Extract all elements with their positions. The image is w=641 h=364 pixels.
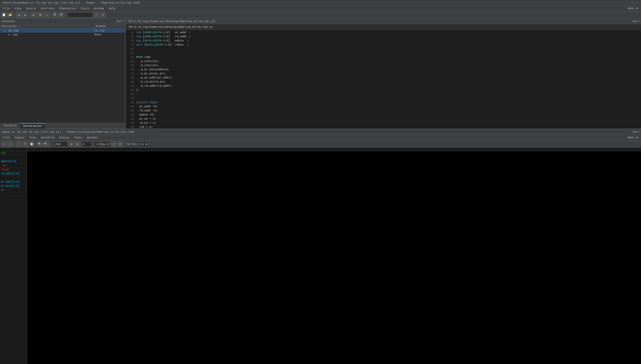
- goto-select[interactable]: G1: [139, 141, 149, 147]
- wave-menu-view[interactable]: View: [27, 136, 38, 140]
- toolbar-back[interactable]: ◀: [16, 12, 22, 18]
- code-line-25[interactable]: 25);: [126, 88, 641, 93]
- wave-menu-waveform[interactable]: Waveform: [39, 136, 56, 140]
- code-line-14[interactable]: 14wire [DATA_WIDTH-1:0] rdata ;: [126, 43, 641, 47]
- wave-close[interactable]: ×: [638, 130, 639, 134]
- tab-instance[interactable]: Instance: [0, 123, 20, 129]
- code-line-27[interactable]: 27: [126, 97, 641, 101]
- code-line-18[interactable]: 18 .a_clk(clk),: [126, 60, 641, 64]
- signal-row-clk[interactable]: clk: [0, 151, 27, 155]
- menu-onetrace[interactable]: OneTrace: [39, 6, 56, 11]
- code-line-31[interactable]: 31 wdata =0;: [126, 113, 641, 117]
- menu-tools[interactable]: Tools: [79, 6, 91, 11]
- code-line-21[interactable]: 21 .a_wr_en(wr_en),: [126, 72, 641, 76]
- signal-row-wdata[interactable]: wdata[8:0]: [0, 159, 27, 164]
- wave-tb-zoom-sel[interactable]: ⊞: [117, 141, 123, 147]
- wave-collapse[interactable]: ⊟: [635, 130, 637, 134]
- close-btn[interactable]: ×: [635, 1, 639, 5]
- title-bar-text: <Verd:nTraceMain:1> tb_top tb_top (/tb_t…: [2, 1, 140, 4]
- toolbar-step[interactable]: ⇥: [44, 12, 49, 18]
- instance-panel-collapse[interactable]: ⊟: [119, 20, 121, 23]
- zoom-select[interactable]: x 100ps: [94, 141, 110, 147]
- col-hierarchy[interactable]: Hierarchy ↑: [0, 24, 94, 28]
- toolbar-new[interactable]: 📄: [1, 12, 7, 18]
- source-panel-header: *$rc1:tb_top(/home/ssy/Desktop/Ram/sim_u…: [126, 19, 641, 24]
- source-tab[interactable]: *$rc1:tb_top/home/ssy/Desktop/Ram/sim_ut…: [126, 24, 641, 30]
- cursor2-input[interactable]: [81, 141, 92, 147]
- instance-panel-expand[interactable]: ⊞: [117, 20, 119, 23]
- wave-menu-window[interactable]: Window: [85, 136, 99, 140]
- code-line-33[interactable]: 33 rd_en = 0;: [126, 121, 641, 126]
- toolbar-open[interactable]: 📂: [7, 12, 13, 18]
- code-line-32[interactable]: 32 wr_en = 0;: [126, 117, 641, 121]
- source-panel-expand[interactable]: ⊞: [633, 20, 635, 23]
- code-line-13[interactable]: 13reg [DATA_WIDTH-1:0] wdata ;: [126, 39, 641, 43]
- wave-tb-zoom-fit[interactable]: ⊡: [111, 141, 117, 147]
- signal-row-rdaddr[interactable]: rd_addr[3:0]: [0, 172, 27, 176]
- wave-menu-analog[interactable]: Analog: [57, 136, 71, 140]
- toolbar-zoom-in[interactable]: 🔍: [52, 12, 58, 18]
- code-line-20[interactable]: 20 .a_wr_data(wdata),: [126, 68, 641, 72]
- code-line-28[interactable]: 28initial begin: [126, 101, 641, 105]
- tree-item-ram[interactable]: ▶ ram MRAM: [0, 33, 125, 37]
- wave-tb-next[interactable]: ▶: [75, 141, 81, 147]
- code-line-24[interactable]: 24 .b_rd_addr(rd_addr): [126, 84, 641, 88]
- wave-expand[interactable]: ⊞: [633, 130, 635, 134]
- toolbar-run[interactable]: ▶: [31, 12, 37, 18]
- wave-tb-prev[interactable]: ◀: [68, 141, 74, 147]
- timeline-canvas: [27, 148, 641, 151]
- code-line-29[interactable]: 29 wr_addr =0;: [126, 105, 641, 109]
- wave-canvas[interactable]: [27, 151, 641, 364]
- code-line-16[interactable]: 16: [126, 51, 641, 56]
- wave-signals-area[interactable]: [27, 151, 641, 364]
- source-panel-collapse[interactable]: ⊟: [635, 20, 637, 23]
- menu-source[interactable]: Source: [24, 6, 38, 11]
- menu-view[interactable]: View: [12, 6, 23, 11]
- cursor1-input[interactable]: [52, 141, 68, 147]
- signal-row-rd-en[interactable]: rd_en: [0, 168, 27, 172]
- minimize-btn[interactable]: _: [626, 1, 630, 5]
- code-line-30[interactable]: 30 rd_addr =0;: [126, 109, 641, 113]
- toolbar-search[interactable]: [67, 12, 93, 17]
- code-line-22[interactable]: 22 .a_wr_addr(wr_addr),: [126, 76, 641, 80]
- signal-row-wraddr[interactable]: wr_addr[3:0]: [0, 180, 27, 184]
- source-panel-close[interactable]: ×: [638, 20, 639, 23]
- wave-tb-undo[interactable]: ↩: [1, 141, 7, 147]
- wave-tb-redo[interactable]: ↪: [7, 141, 13, 147]
- maximize-btn[interactable]: □: [631, 1, 634, 5]
- instance-tabs: Instance Declaration: [0, 123, 125, 129]
- instance-panel-close[interactable]: ×: [122, 20, 124, 23]
- signal-row-wrdata[interactable]: wr_data[3:0]: [0, 184, 27, 188]
- wave-tb-zoom-out[interactable]: 🔍-: [44, 141, 49, 147]
- code-line-11[interactable]: 11reg [ADDR_WIDTH-1:0] wr_addr ;: [126, 31, 641, 35]
- code-line-17[interactable]: 17MRAM ram(: [126, 56, 641, 60]
- tree-item-tb-top[interactable]: ▶ tb_top tb_top: [0, 29, 125, 33]
- tab-declaration[interactable]: Declaration: [20, 123, 45, 129]
- toolbar-stop[interactable]: ■: [37, 12, 43, 18]
- wave-tb-zoom-in[interactable]: 🔍+: [37, 141, 43, 147]
- toolbar-settings[interactable]: ⚙: [100, 12, 106, 18]
- wave-menu-signal[interactable]: Signal: [12, 136, 27, 140]
- code-line-15[interactable]: 15: [126, 47, 641, 51]
- wave-menu-file[interactable]: File: [1, 136, 12, 140]
- wave-tb-copy[interactable]: ⎘: [22, 141, 28, 147]
- menu-window[interactable]: Window: [92, 6, 106, 11]
- menu-file[interactable]: File: [1, 6, 12, 11]
- menu-simulation[interactable]: Simulation: [57, 6, 78, 11]
- source-content[interactable]: 11reg [ADDR_WIDTH-1:0] wr_addr ;12reg [A…: [126, 30, 641, 129]
- wave-menu-tools[interactable]: Tools: [72, 136, 84, 140]
- code-line-26[interactable]: 26: [126, 93, 641, 97]
- wave-tb-cut[interactable]: ✂: [16, 141, 22, 147]
- code-line-23[interactable]: 23 .b_rd_en(rd_en),: [126, 80, 641, 84]
- code-line-19[interactable]: 19 .b_clk(clk),: [126, 64, 641, 68]
- code-line-12[interactable]: 12reg [ADDR_WIDTH-1:0] rd_addr ;: [126, 35, 641, 39]
- menu-help[interactable]: Help: [107, 6, 117, 11]
- code-line-34[interactable]: 34 clk = 0;: [126, 126, 641, 129]
- wave-content: clk wdata[8:0] XXX rd_en rd_addr[3:0] wr…: [0, 148, 641, 364]
- toolbar-search-btn[interactable]: ⌕: [94, 12, 99, 18]
- title-bar-controls[interactable]: _ □ ×: [626, 1, 639, 5]
- toolbar-fwd[interactable]: ▶: [22, 12, 28, 18]
- wave-tb-paste[interactable]: 📋: [29, 141, 34, 147]
- main-toolbar: 📄 📂 ◀ ▶ ▶ ■ ⇥ 🔍 🔍 ⌕ ⚙: [0, 11, 641, 19]
- toolbar-zoom-out[interactable]: 🔍: [59, 12, 64, 18]
